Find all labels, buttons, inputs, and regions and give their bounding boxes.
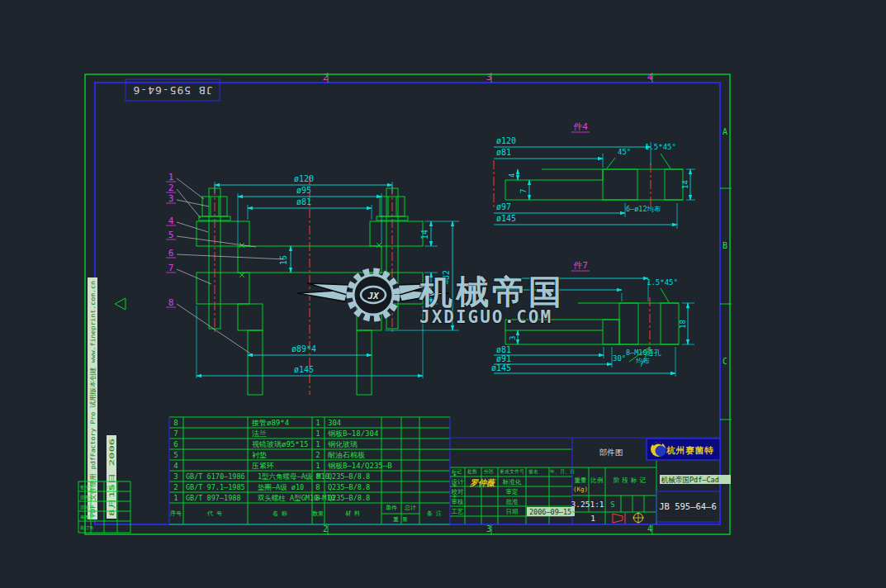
bom-cell-material: Q235—B/8.8 [328,483,370,491]
view4-dim-d120: ø120 [496,136,516,145]
left-margin-stamps: PDF 文件使用 pdfFactory Pro 试用版本创建 www.finep… [78,277,130,533]
dim-top-flange-thk: 14 [420,230,429,239]
bom-cell-qty: 1 [315,419,320,427]
bom-cell-name: 视镜玻璃ø95*15 [252,440,309,448]
drawing-number: JB 595—64—6 [659,501,717,511]
bom-cell-name: 垫圈—A级 ø10 [258,483,304,491]
balloon-2: 2 [168,183,174,193]
zone-right-c: C [723,357,727,366]
cad-drawing: JB 595-64-6 2 3 4 2 3 4 A B C [0,0,886,588]
watermark-site: JXDIGUO.COM [419,307,552,327]
bom-cell-material: Q235—B/8.8 [328,494,370,502]
bom-row-1: 1GB/T 897—1988双头螺柱 A型GM10—M108Q235—B/8.8… [173,494,457,502]
bom-cell-no: 7 [173,429,178,438]
pipe-wall-left [248,330,263,395]
bom-cell-qty: 1 [315,429,320,438]
bom-cell-code: GB/T 6170—1986 [186,472,245,481]
balloon-4: 4 [168,216,174,226]
view4-dim-d81: ø81 [496,148,511,157]
view7-dim-d91: ø91 [496,354,511,363]
view7-holes-note: 8—M10通孔 [626,349,661,357]
detail-view-part4: 件4 ø120 ø81 ø97 ø145 4 7 14 45° 1.5*45° … [494,121,695,229]
view4-dim-d97: ø97 [496,202,511,211]
pipe-wall-right [357,330,372,395]
bom-cell-name: 压紧环 [252,462,274,470]
view4-dim-recess: 4 [508,173,516,178]
bom-cell-name: 法兰 [252,429,267,438]
bom-cell-material: 钢板B—14/Q235—B [328,462,392,470]
balloon-3: 3 [168,193,174,204]
bom-cell-qty: 8 [315,494,320,502]
balloon-6: 6 [168,248,174,258]
stage-value: S [610,500,614,509]
bom-cell-qty: 8 [315,483,320,491]
view4-holes-note: 6—ø12均布 [626,205,661,213]
zone-right-b: B [723,241,727,250]
bom-header-total: 总计 [404,505,416,511]
watermark: JX 机械帝国 JXDIGUO.COM [297,272,565,327]
view7-dim-angle: 30° [613,354,626,363]
company-name: 杭州赛菌特 [666,445,714,455]
bom-header-material: 材 料 [345,510,360,517]
dim-flange-od: ø145 [294,365,314,374]
view7-dim-thk: 18 [679,320,687,329]
bom-cell-qty: 8 [315,472,320,481]
doc-type: 部件图 [599,448,623,457]
view7-dim-step: 3 [509,336,517,340]
dim-glass-od: ø95 [296,186,311,195]
rev-col-zone: 分区 [484,468,494,474]
bom-header-name: 名 称 [272,510,287,517]
rev-col-docno: 更改文件号 [500,468,524,474]
corner-label-sign: 签字 [80,485,90,491]
stamp-text: 机械帝国Pdf—Cad [661,476,719,484]
scale-value: 1:1 [590,500,604,509]
balloon-8: 8 [168,297,174,308]
bom-header-remark: 备 注 [427,510,442,517]
rev-col-mark: 标记 [451,468,462,475]
balloon-1: 1 [168,172,174,183]
bom-cell-name: 双头螺柱 A型GM10—M10 [258,494,335,502]
stamp-bar2-text: 8月15日 2006 [108,438,116,516]
label-approve: 审定 [506,488,519,496]
weight-label: 重量 [575,477,588,484]
bom-cell-material: 耐油石棉板 [328,451,365,459]
label-check: 校对 [451,488,465,496]
corner-label-bindno: 装订号 [80,525,94,530]
zone-bottom-3: 3 [486,524,491,533]
bom-row-6: 6视镜玻璃ø95*151钢化玻璃 [173,440,358,448]
zone-bottom-4: 4 [647,524,652,533]
view4-dim-chamfer: 1.5*45° [645,143,676,151]
item-balloons: 1 2 3 4 5 6 7 8 [166,172,285,355]
bom-cell-no: 8 [173,419,178,427]
rev-col-count: 处数 [467,468,477,475]
watermark-name: 机械帝国 [419,273,565,311]
bom-row-3: 3GB/T 6170—19861型六角螺母—A级 M108Q235—B/8.8* [173,472,457,481]
signature-date: 2006—09—15 [529,508,571,516]
view4-dim-angle: 45° [618,148,631,156]
bom-cell-code: GB/T 97.1—1985 [186,483,245,491]
view4-dim-thk: 14 [681,180,689,189]
zone-right-a: A [723,127,727,136]
projection-symbols [613,512,644,524]
bom-cell-material: 钢板B—18/304 [328,429,378,438]
bom-row-2: 2GB/T 97.1—1985垫圈—A级 ø108Q235—B/8.8* [173,483,457,491]
zone-top-4: 4 [647,72,653,83]
weight-unit: (Kg) [573,486,588,493]
designer-signature: 罗仲薇 [469,478,496,487]
dim-window: ø81 [296,197,311,206]
dim-bolt-circle: ø120 [294,174,314,183]
bom-cell-no: 4 [173,462,178,470]
bom-cell-no: 1 [173,494,178,502]
corner-label-check: 描校 [80,505,90,510]
bom-row-4: 4压紧环1钢板B—14/Q235—B [173,462,391,470]
view4-dim-d145: ø145 [496,214,516,223]
view7-dim-d145: ø145 [491,363,511,372]
bom-cell-no: 2 [173,483,178,491]
rev-col-sign: 签名 [528,468,538,475]
weight-value: 3.25 [571,500,590,509]
view4-dim-depth: 7 [519,189,528,193]
bom-cell-material: 304 [328,419,341,427]
bom-header-unit: 单件 [386,505,397,511]
bom-cell-no: 6 [173,440,178,448]
stage-label: 阶段标记 [614,477,648,484]
